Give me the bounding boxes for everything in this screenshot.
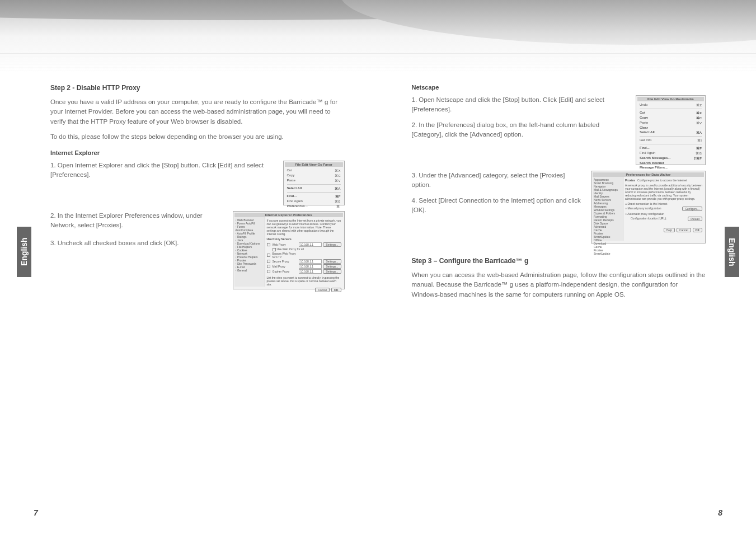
ie-menu-item[interactable]: Preferences...⌘;	[287, 204, 341, 209]
ie-step-2: 2. In the Internet Explorer Preferences …	[50, 211, 224, 231]
ns-menu-item[interactable]: Cut⌘X	[640, 110, 702, 115]
ns-menu-item[interactable]: Copy⌘C	[640, 115, 702, 120]
ns-menu-item[interactable]: Get Info⌘I	[640, 138, 702, 143]
netscape-preferences-screenshot: Preferences for Data Walker AppearanceSm…	[591, 171, 706, 243]
step3-paragraph: When you can access the web-based Admini…	[412, 270, 706, 299]
ns-step-4: 4. Select [Direct Connection to the Inte…	[412, 196, 583, 216]
ns-reload-button[interactable]: Reload	[688, 217, 702, 221]
ie-menu-item[interactable]: Find Again⌘G	[287, 199, 341, 204]
page-spread: English Step 2 - Disable HTTP Proxy Once…	[0, 84, 756, 534]
ie-proxy-row[interactable]: Gopher Proxy10.168.1.1Settings...	[267, 269, 341, 274]
ns-step-3: 3. Under the [Advanced] category, select…	[412, 171, 583, 190]
ie-proxy-row[interactable]: Bypass Web Proxy for FTP	[267, 252, 341, 259]
ns-pref-title: Preferences for Data Walker	[593, 172, 704, 177]
ie-preferences-screenshot: Internet Explorer Preferences ◦ Web Brow…	[233, 211, 345, 289]
page-right: English Netscape 1. Open Netscape and cl…	[378, 84, 757, 534]
ns-menu-item[interactable]: Select All⌘A	[640, 130, 702, 135]
ns-pref-side-item[interactable]: SmartUpdate	[594, 252, 622, 255]
ns-radio-auto[interactable]: Automatic proxy configuration	[627, 212, 664, 216]
ns-menu-item[interactable]: Message Filters...	[640, 165, 702, 170]
ie-menu-item[interactable]: Paste⌘V	[287, 178, 341, 183]
ns-menu-item[interactable]: Search Internet	[640, 161, 702, 165]
ie-step-3: 3. Uncheck all checked boxes and click […	[50, 238, 224, 248]
ie-proxy-row[interactable]: Secure Proxy10.168.1.1Settings...	[267, 259, 341, 264]
language-tab-left: English	[17, 227, 31, 277]
ns-step-1: 1. Open Netscape and click the [Stop] bu…	[412, 95, 628, 115]
ns-pref-description: A network proxy is used to provide addit…	[625, 184, 702, 200]
ns-step-2: 2. In the [Preferences] dialog box, on t…	[412, 120, 628, 140]
ns-menu-item[interactable]: Find...⌘F	[640, 146, 702, 151]
ns-pref-head2: Configure proxies to access the Internet	[637, 179, 702, 182]
ns-configure-button[interactable]: Configure...	[682, 207, 702, 211]
ns-config-url-label: Configuration location (URL):	[631, 217, 666, 221]
ie-pref-title: Internet Explorer Preferences	[234, 213, 343, 217]
ie-proxy-row[interactable]: Mail Proxy10.168.1.1Settings...	[267, 264, 341, 269]
step2-title: Step 2 - Disable HTTP Proxy	[50, 84, 345, 92]
step2-paragraph-1: Once you have a valid IP address on your…	[50, 97, 345, 127]
netscape-edit-menu-screenshot: File Edit View Go Bookmarks Undo⌘ZCut⌘XC…	[636, 95, 706, 165]
step3-title: Step 3 – Configure the Barricade™ g	[412, 257, 706, 265]
ns-menu-item[interactable]: Clear	[640, 125, 702, 130]
ns-help-button[interactable]: Help	[664, 228, 675, 232]
ie-cancel-button[interactable]: Cancel	[315, 288, 330, 292]
netscape-subheading: Netscape	[412, 84, 706, 91]
ns-menu-item[interactable]: Search Messages...⇧⌘F	[640, 156, 702, 161]
page-number-right: 8	[718, 508, 722, 517]
ns-pref-head: Proxies	[625, 179, 635, 182]
ie-ok-button[interactable]: OK	[331, 288, 341, 292]
ie-menu-item[interactable]: Cut⌘X	[287, 168, 341, 173]
ns-menu-item[interactable]: Find Again⌘G	[640, 151, 702, 156]
ns-radio-manual[interactable]: Manual proxy configuration	[627, 207, 661, 210]
page-left: English Step 2 - Disable HTTP Proxy Once…	[0, 84, 378, 534]
page-number-left: 7	[34, 508, 38, 517]
ie-menu-item[interactable]: Select All⌘A	[287, 186, 341, 191]
ie-pref-side-item[interactable]: ◦ Forms AutoComplete	[236, 225, 264, 232]
ie-menu-item[interactable]: Find...⌘F	[287, 194, 341, 199]
ie-menu-title: File Edit View Go Favor	[285, 162, 343, 167]
ns-radio-direct[interactable]: Direct connection to the Internet	[627, 202, 667, 205]
ns-ok-button[interactable]: OK	[693, 228, 703, 232]
ie-pref-footer: List the sites you want to connect to di…	[267, 276, 341, 286]
ie-pref-description: If you are accessing the Internet from a…	[267, 219, 341, 236]
ns-menu-title: File Edit View Go Bookmarks	[637, 97, 704, 101]
language-tab-right: English	[725, 227, 739, 277]
step2-paragraph-2: To do this, please follow the steps belo…	[50, 132, 345, 142]
ie-subheading: Internet Explorer	[50, 149, 345, 156]
ie-edit-menu-screenshot: File Edit View Go Favor Cut⌘XCopy⌘CPaste…	[283, 161, 345, 205]
ns-menu-item[interactable]: Undo⌘Z	[640, 102, 702, 107]
ie-menu-item[interactable]: Copy⌘C	[287, 173, 341, 178]
ie-proxy-row[interactable]: Web Proxy10.168.1.1Settings...	[267, 242, 341, 247]
ie-pref-section-title: Use Proxy Servers	[267, 237, 341, 241]
ns-menu-item[interactable]: Paste⌘V	[640, 120, 702, 125]
top-banner	[0, 0, 756, 73]
ns-cancel-button[interactable]: Cancel	[677, 228, 691, 232]
ie-pref-side-item[interactable]: ◦ General	[236, 269, 264, 272]
ie-step-1: 1. Open Internet Explorer and click the …	[50, 161, 275, 180]
